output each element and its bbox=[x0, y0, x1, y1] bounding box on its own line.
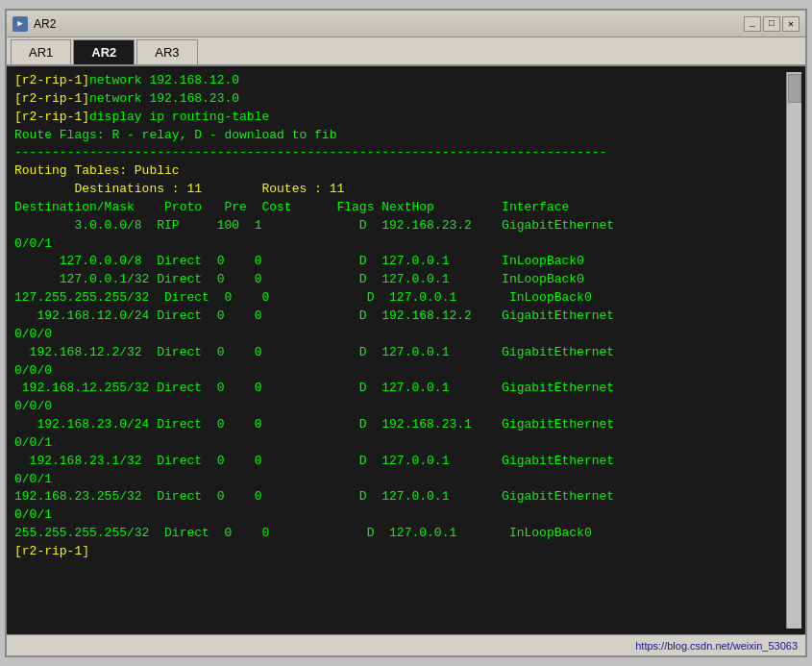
terminal-line: 127.255.255.255/32 Direct 0 0 D 127.0.0.… bbox=[14, 289, 786, 308]
restore-button[interactable]: □ bbox=[763, 16, 780, 32]
app-icon: ▶ bbox=[12, 16, 28, 32]
tab-ar1[interactable]: AR1 bbox=[11, 39, 71, 64]
tab-ar3[interactable]: AR3 bbox=[136, 39, 197, 64]
terminal-line: 192.168.12.255/32 Direct 0 0 D 127.0.0.1… bbox=[14, 380, 786, 398]
window-title: AR2 bbox=[34, 17, 744, 31]
terminal-line: ----------------------------------------… bbox=[14, 144, 786, 162]
window-controls: _ □ ✕ bbox=[744, 16, 800, 32]
terminal-line: 0/0/1 bbox=[14, 471, 786, 489]
terminal-line: 0/0/0 bbox=[14, 326, 786, 344]
title-bar: ▶ AR2 _ □ ✕ bbox=[7, 11, 805, 37]
close-button[interactable]: ✕ bbox=[782, 16, 800, 32]
tab-ar2[interactable]: AR2 bbox=[73, 39, 135, 64]
terminal-line: 192.168.12.0/24 Direct 0 0 D 192.168.12.… bbox=[14, 308, 786, 326]
status-url: https://blog.csdn.net/weixin_53063 bbox=[635, 640, 798, 652]
terminal-line: 192.168.23.1/32 Direct 0 0 D 127.0.0.1 G… bbox=[14, 453, 786, 471]
terminal-line: 255.255.255.255/32 Direct 0 0 D 127.0.0.… bbox=[14, 525, 786, 543]
terminal-line: 0/0/1 bbox=[14, 434, 786, 453]
terminal-line: 0/0/1 bbox=[14, 235, 786, 254]
terminal-line: [r2-rip-1]network 192.168.23.0 bbox=[14, 90, 786, 109]
terminal-line: [r2-rip-1]display ip routing-table bbox=[14, 109, 786, 127]
scrollbar-thumb[interactable] bbox=[788, 74, 801, 103]
terminal-output: [r2-rip-1]network 192.168.12.0[r2-rip-1]… bbox=[14, 72, 786, 629]
terminal-line: Route Flags: R - relay, D - download to … bbox=[14, 127, 786, 145]
terminal-line: 3.0.0.0/8 RIP 100 1 D 192.168.23.2 Gigab… bbox=[14, 217, 786, 235]
tabs-bar: AR1 AR2 AR3 bbox=[7, 37, 805, 66]
terminal-line: Destinations : 11 Routes : 11 bbox=[14, 181, 786, 199]
terminal-line: 192.168.23.255/32 Direct 0 0 D 127.0.0.1… bbox=[14, 488, 786, 506]
terminal-line: 192.168.12.2/32 Direct 0 0 D 127.0.0.1 G… bbox=[14, 344, 786, 362]
scrollbar[interactable] bbox=[786, 72, 801, 629]
terminal-line: 127.0.0.1/32 Direct 0 0 D 127.0.0.1 InLo… bbox=[14, 271, 786, 289]
terminal-line: Routing Tables: Public bbox=[14, 162, 786, 181]
terminal-line: [r2-rip-1] bbox=[14, 543, 786, 561]
terminal-line: 0/0/0 bbox=[14, 362, 786, 381]
minimize-button[interactable]: _ bbox=[744, 16, 761, 32]
status-bar: https://blog.csdn.net/weixin_53063 bbox=[7, 634, 805, 655]
main-window: ▶ AR2 _ □ ✕ AR1 AR2 AR3 [r2-rip-1]networ… bbox=[5, 9, 807, 657]
terminal-line: 192.168.23.0/24 Direct 0 0 D 192.168.23.… bbox=[14, 416, 786, 434]
terminal-line: 127.0.0.0/8 Direct 0 0 D 127.0.0.1 InLoo… bbox=[14, 253, 786, 271]
terminal-area: [r2-rip-1]network 192.168.12.0[r2-rip-1]… bbox=[7, 66, 805, 634]
terminal-line: [r2-rip-1]network 192.168.12.0 bbox=[14, 72, 786, 90]
terminal-line: 0/0/1 bbox=[14, 506, 786, 525]
terminal-line: Destination/Mask Proto Pre Cost Flags Ne… bbox=[14, 199, 786, 217]
terminal-line: 0/0/0 bbox=[14, 398, 786, 416]
